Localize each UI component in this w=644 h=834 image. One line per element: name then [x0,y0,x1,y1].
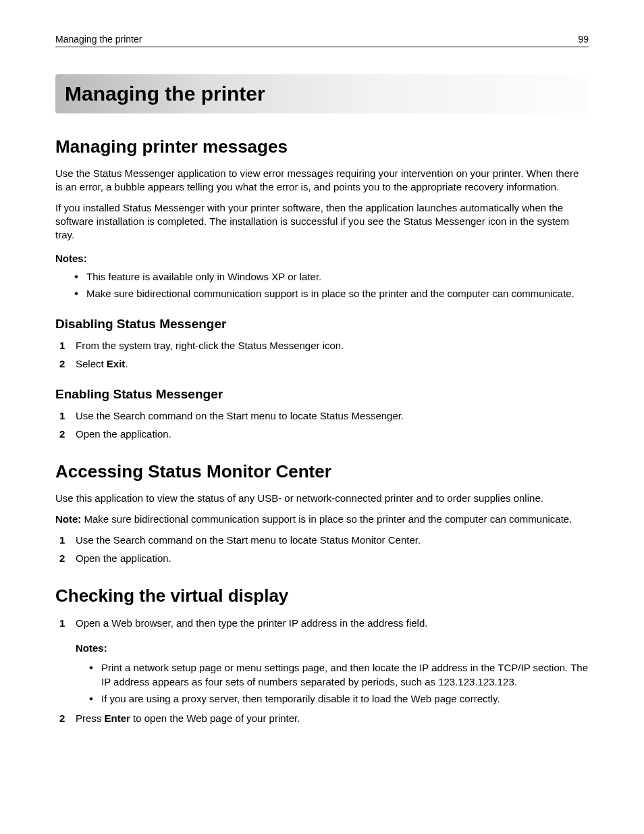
step-item: From the system tray, right-click the St… [59,338,589,353]
note-item: This feature is available only in Window… [74,269,589,284]
subsection-heading-disabling: Disabling Status Messenger [55,317,589,332]
step-item: Press Enter to open the Web page of your… [59,711,589,725]
note-item: Print a network setup page or menu setti… [89,660,589,689]
steps-list: Use the Search command on the Start menu… [55,533,589,565]
step-text: Select [76,358,107,369]
note-label-inline: Note: [55,513,81,525]
step-notes: Notes: Print a network setup page or men… [76,641,589,706]
running-header: Managing the printer 99 [55,34,589,47]
step-text: Press [76,712,105,724]
notes-label: Notes: [76,641,589,655]
steps-list: From the system tray, right-click the St… [55,338,589,371]
step-text: Open a Web browser, and then type the pr… [76,617,427,629]
step-item: Open the application. [59,551,589,565]
notes-list: Print a network setup page or menu setti… [76,660,589,706]
section-heading-managing-messages: Managing printer messages [55,136,589,157]
body-text: Use the Status Messenger application to … [55,167,589,194]
document-page: Managing the printer 99 Managing the pri… [0,0,644,770]
step-bold: Enter [105,712,130,724]
note-item: Make sure bidirectional communication su… [74,286,589,301]
body-text: Use this application to view the status … [55,492,589,505]
step-bold: Exit [107,358,126,369]
body-text: If you installed Status Messenger with y… [55,201,589,242]
steps-list: Open a Web browser, and then type the pr… [55,616,589,725]
section-heading-virtual-display: Checking the virtual display [55,585,589,606]
step-item: Open the application. [59,427,589,441]
note-text: Make sure bidirectional communication su… [81,513,572,525]
notes-label: Notes: [55,253,589,264]
step-item: Use the Search command on the Start menu… [59,533,589,547]
step-text: to open the Web page of your printer. [130,712,300,724]
body-text: Note: Make sure bidirectional communicat… [55,513,589,526]
notes-list: This feature is available only in Window… [55,269,589,301]
note-item: If you are using a proxy server, then te… [89,692,589,706]
section-heading-status-monitor: Accessing Status Monitor Center [55,461,589,482]
step-item: Open a Web browser, and then type the pr… [59,616,589,706]
step-item: Select Exit. [59,357,589,371]
chapter-title: Managing the printer [55,74,589,113]
step-item: Use the Search command on the Start menu… [59,409,589,423]
steps-list: Use the Search command on the Start menu… [55,409,589,441]
running-title: Managing the printer [55,34,142,45]
page-number: 99 [578,34,589,45]
subsection-heading-enabling: Enabling Status Messenger [55,387,589,402]
step-text: . [125,358,128,369]
